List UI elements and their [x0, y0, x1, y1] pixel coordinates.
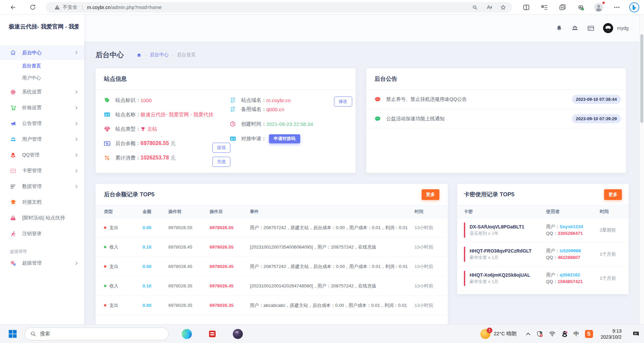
- taskbar-search-box[interactable]: 搜索: [24, 328, 169, 340]
- time-value: 13小时前: [415, 225, 439, 231]
- browser-profile-avatar[interactable]: [593, 2, 604, 13]
- user-label: 用户：: [546, 272, 560, 277]
- after-value: 6978026.45: [210, 283, 250, 288]
- pinned-app-icon[interactable]: [207, 329, 218, 339]
- announcement-text[interactable]: 公益活动加速功能上线通知: [386, 116, 445, 122]
- table-row: HHQT-Xo6jmKQ2Sk8ojUAL 豪华全套 x 1月 用户：q3562…: [457, 266, 629, 290]
- sidebar-item-api-docs[interactable]: 对接文档: [0, 194, 84, 210]
- browser-essentials-icon[interactable]: [575, 2, 586, 13]
- announcement-time-badge[interactable]: 2023-09-10 07:39:29: [572, 114, 621, 123]
- withdraw-button[interactable]: 提现: [212, 143, 230, 153]
- announcements-card: 后台公告 禁止养号、禁止挂机违规用途QQ公告 2023-09-10 07:38:…: [366, 68, 626, 173]
- user-value: lz5209988: [560, 248, 581, 253]
- start-button[interactable]: [7, 329, 18, 339]
- not-secure-warning-icon[interactable]: [54, 5, 60, 10]
- breadcrumb-current-page: 后台首页: [177, 52, 196, 58]
- favorites-hub-icon[interactable]: [539, 2, 550, 13]
- url-path[interactable]: /admin.php?mod=home: [111, 5, 162, 10]
- pinned-app-avatar-icon[interactable]: [232, 329, 243, 339]
- amount-value: 0.10: [143, 283, 168, 288]
- sidebar-menu: 后台中心 后台首页 用户中心 系统设置: [0, 45, 84, 271]
- hidden-icons-chevron[interactable]: [526, 332, 531, 336]
- breadcrumb-link-admin-center[interactable]: 后台中心: [150, 52, 169, 58]
- recharge-button[interactable]: 充值: [212, 157, 230, 167]
- sidebar-item-qq-mgmt[interactable]: QQ管理: [0, 147, 84, 163]
- sidebar-item-event-support[interactable]: [限时活动] 站点扶持: [0, 210, 84, 226]
- sidebar-item-admin-home[interactable]: 后台首页: [0, 60, 84, 72]
- chevron-right-icon: [75, 262, 78, 265]
- credit-card-icon[interactable]: [587, 25, 594, 31]
- chevron-right-icon: [75, 153, 78, 157]
- url-host[interactable]: m.coybr.cn: [87, 5, 111, 10]
- sidebar-item-system-settings[interactable]: 系统设置: [0, 84, 84, 100]
- col-header-type: 类型: [104, 209, 143, 215]
- after-value: 6978026.35: [210, 303, 250, 308]
- weather-badge: 1: [487, 328, 492, 333]
- site-brand-title: 极速云代挂- 我爱官网 - 我爱代挂: [0, 15, 78, 30]
- browser-menu-icon[interactable]: [611, 2, 623, 13]
- split-screen-icon[interactable]: [521, 2, 532, 13]
- col-header-time: 时间: [415, 209, 439, 215]
- card-key-more-button[interactable]: 更多: [604, 189, 622, 200]
- qq-label: QQ：: [546, 279, 558, 284]
- collections-icon[interactable]: [557, 2, 568, 13]
- sogou-input-icon[interactable]: S: [585, 330, 593, 338]
- announcement-time-badge[interactable]: 2023-09-10 07:38:44: [572, 95, 621, 104]
- edge-taskbar-icon[interactable]: [181, 329, 192, 339]
- address-bar[interactable]: 不安全 m.coybr.cn /admin.php?mod=home: [46, 2, 512, 13]
- username-label[interactable]: mydg: [617, 25, 629, 31]
- announcement-text[interactable]: 禁止养号、禁止挂机违规用途QQ公告: [386, 96, 467, 102]
- table-row: HHQT-FRO38qvP2CzRdGLT 豪华全套 x 1月 用户：lz520…: [457, 242, 629, 266]
- modify-button[interactable]: 修改: [334, 96, 352, 107]
- sidebar-item-logout[interactable]: 注销登录: [0, 226, 84, 242]
- event-text: 用户：208757242，搭建主站，后台成本：0.00，用户成本：0.01，利润…: [250, 225, 415, 231]
- users-icon[interactable]: [571, 25, 579, 31]
- read-aloud-icon[interactable]: [485, 3, 493, 11]
- sidebar-item-admin-center[interactable]: 后台中心: [0, 45, 84, 60]
- balance-value: 6978026.55: [141, 140, 169, 146]
- card-key-value: DX-SAfUoqVL8PGaBLT1: [470, 224, 524, 230]
- announcement-item[interactable]: 公益活动加速功能上线通知 2023-09-10 07:39:29: [366, 109, 626, 129]
- find-on-page-icon[interactable]: [471, 3, 479, 11]
- ime-indicator[interactable]: 中: [574, 330, 579, 338]
- search-placeholder: 搜索: [40, 331, 50, 337]
- security-label[interactable]: 不安全: [63, 4, 77, 10]
- bell-icon[interactable]: [556, 25, 562, 31]
- broken-link-icon: [230, 106, 236, 112]
- megaphone-icon: [10, 121, 17, 127]
- favorite-star-icon[interactable]: [499, 3, 507, 11]
- apply-dock-code-button[interactable]: 申请对接码: [269, 134, 300, 143]
- sidebar-item-data-mgmt[interactable]: 数据管理: [0, 179, 84, 194]
- announcement-item[interactable]: 禁止养号、禁止挂机违规用途QQ公告 2023-09-10 07:38:44: [366, 90, 626, 109]
- sidebar-item-user-center[interactable]: 用户中心: [0, 72, 84, 84]
- key-table-header: 卡密 使用者 时间: [457, 205, 629, 218]
- sidebar-item-announcement-mgmt[interactable]: 公告管理: [0, 116, 84, 131]
- balance-records-title: 后台余额记录 TOP5: [104, 191, 155, 198]
- browser-refresh-button[interactable]: [27, 2, 38, 13]
- sidebar-item-super-admin[interactable]: 超级管理: [0, 255, 84, 271]
- sidebar-item-user-mgmt[interactable]: 用户管理: [0, 131, 84, 147]
- cake-icon: [10, 215, 17, 221]
- sidebar-item-card-key-mgmt[interactable]: 卡密管理: [0, 163, 84, 179]
- wifi-icon[interactable]: [549, 331, 556, 337]
- sidebar-item-label: QQ管理: [22, 152, 40, 158]
- breadcrumb-separator: -: [145, 52, 147, 58]
- breadcrumb-home-icon[interactable]: [137, 53, 142, 58]
- consume-label: 累计消费：: [115, 155, 141, 161]
- search-icon: [30, 331, 36, 337]
- balance-more-button[interactable]: 更多: [422, 189, 439, 200]
- bing-chat-icon[interactable]: [629, 2, 639, 12]
- card-key-usage-card: 卡密使用记录 TOP5 更多 卡密 使用者 时间 DX-SAfUoqVL8PGa…: [457, 184, 629, 294]
- weather-widget[interactable]: 1 22°C 晴朗: [480, 329, 517, 339]
- card-plan-value: 豪华全套 x 1月: [470, 254, 532, 261]
- page-scrollbar[interactable]: [639, 15, 644, 324]
- taskbar-clock[interactable]: 9:13 2023/10/2: [601, 328, 622, 340]
- notification-center-icon[interactable]: [633, 331, 639, 337]
- scrollbar-thumb[interactable]: [640, 34, 643, 123]
- qq-tray-icon[interactable]: [561, 331, 568, 337]
- browser-back-button[interactable]: [7, 2, 19, 13]
- security-shield-icon[interactable]: [536, 331, 543, 337]
- user-avatar[interactable]: [603, 23, 613, 33]
- card-key-value: HHQT-FRO38qvP2CzRdGLT: [470, 248, 532, 254]
- sidebar-item-price-settings[interactable]: 价格设置: [0, 100, 84, 116]
